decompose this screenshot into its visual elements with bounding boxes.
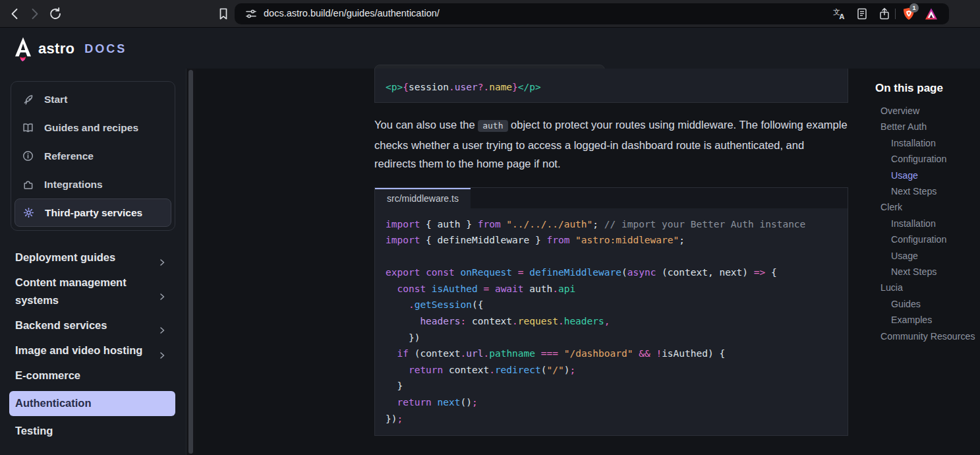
- sidebar-category-content-management-systems[interactable]: Content management systems: [9, 270, 175, 313]
- translate-icon[interactable]: 文A: [832, 7, 846, 21]
- sidebar-item-integrations[interactable]: Integrations: [14, 170, 171, 198]
- toc-item-clerk[interactable]: Clerk: [880, 199, 980, 215]
- code-line: const isAuthed = await auth.api: [375, 281, 848, 297]
- code-block-session: <p>{session.user?.name}</p>: [374, 69, 848, 103]
- code-line: <p>{session.user?.name}</p>: [375, 79, 848, 96]
- sidebar-category-label: Testing: [15, 425, 53, 437]
- book-icon: [22, 122, 34, 133]
- chevron-right-icon: [158, 288, 166, 306]
- toc-list: OverviewBetter AuthInstallationConfigura…: [880, 103, 980, 344]
- gear-icon: [23, 207, 34, 218]
- toc-item-overview[interactable]: Overview: [880, 103, 980, 119]
- code-body: import { auth } from "../../../auth"; //…: [375, 208, 848, 436]
- info-icon: [22, 150, 34, 162]
- sidebar-category-backend-services[interactable]: Backend services: [9, 313, 175, 338]
- sidebar-category-image-and-video-hosting[interactable]: Image and video hosting: [9, 338, 175, 363]
- astro-docs-logo[interactable]: astro DOCS: [13, 36, 127, 61]
- docs-header: astro DOCS Search /: [0, 28, 980, 69]
- code-tab-bar: src/middleware.ts: [375, 188, 848, 208]
- sidebar-category-e-commerce[interactable]: E-commerce: [9, 363, 175, 388]
- astro-logo-icon: [13, 36, 33, 61]
- brave-shield-icon[interactable]: 1: [902, 7, 916, 21]
- share-icon[interactable]: [877, 7, 892, 21]
- sidebar-nav: StartGuides and recipesReferenceIntegrat…: [0, 69, 187, 455]
- toc-item-guides[interactable]: Guides: [880, 296, 980, 312]
- brave-leo-icon[interactable]: [924, 7, 938, 21]
- code-line: return context.redirect("/");: [375, 362, 848, 379]
- toc-item-usage[interactable]: Usage: [880, 167, 980, 183]
- sidebar-category-label: E-commerce: [15, 369, 80, 381]
- sidebar-category-label: Image and video hosting: [15, 344, 142, 356]
- sidebar-item-label: Guides and recipes: [44, 122, 138, 134]
- logo-text-astro: astro: [38, 40, 74, 57]
- svg-text:A: A: [840, 13, 845, 20]
- code-line: headers: context.request.headers,: [375, 313, 848, 330]
- code-line: }): [375, 330, 848, 346]
- chevron-right-icon: [158, 322, 166, 340]
- sidebar-item-start[interactable]: Start: [14, 85, 171, 113]
- sidebar-item-label: Reference: [44, 150, 94, 162]
- sidebar-category-label: Backend services: [15, 319, 107, 331]
- code-line: export const onRequest = defineMiddlewar…: [375, 264, 848, 281]
- chevron-right-icon: [158, 347, 166, 365]
- sidebar-category-testing[interactable]: Testing: [9, 419, 175, 444]
- url-text[interactable]: docs.astro.build/en/guides/authenticatio…: [264, 8, 440, 18]
- sidebar-scrollbar: [187, 69, 196, 455]
- toc-item-installation[interactable]: Installation: [880, 135, 980, 151]
- site-controls-icon[interactable]: [244, 7, 258, 21]
- sidebar-category-list: Deployment guidesContent management syst…: [0, 245, 186, 444]
- toc-item-examples[interactable]: Examples: [880, 312, 980, 328]
- on-this-page-panel: On this page OverviewBetter AuthInstalla…: [863, 69, 980, 455]
- sidebar-category-label: Content management systems: [15, 276, 127, 306]
- toc-item-community-resources[interactable]: Community Resources: [880, 328, 980, 344]
- sidebar-category-deployment-guides[interactable]: Deployment guides: [9, 245, 175, 270]
- toc-item-configuration[interactable]: Configuration: [880, 231, 980, 247]
- rocket-icon: [22, 94, 34, 105]
- code-line: });: [375, 411, 848, 427]
- scrollbar-thumb[interactable]: [188, 70, 193, 454]
- toc-item-lucia[interactable]: Lucia: [880, 280, 980, 295]
- shield-badge-count: 1: [909, 3, 919, 13]
- pill-separator: [895, 9, 896, 19]
- back-button[interactable]: [7, 6, 23, 22]
- code-line: if (context.url.pathname === "/dashboard…: [375, 346, 848, 362]
- puzzle-icon: [22, 179, 34, 190]
- sidebar-item-label: Start: [44, 94, 67, 106]
- sidebar-category-authentication[interactable]: Authentication: [9, 391, 175, 416]
- sidebar-item-guides-and-recipes[interactable]: Guides and recipes: [14, 113, 171, 142]
- toc-item-usage[interactable]: Usage: [880, 248, 980, 264]
- toc-item-better-auth[interactable]: Better Auth: [880, 119, 980, 135]
- code-line: }: [375, 378, 848, 394]
- sidebar-item-third-party-services[interactable]: Third-party services: [14, 198, 171, 227]
- logo-text-docs: DOCS: [84, 42, 127, 56]
- sidebar-category-label: Authentication: [15, 397, 92, 409]
- code-line: import { auth } from "../../../auth"; //…: [375, 216, 848, 233]
- reload-button[interactable]: [47, 6, 63, 22]
- code-block-middleware: src/middleware.ts import { auth } from "…: [374, 187, 848, 437]
- toc-item-configuration[interactable]: Configuration: [880, 151, 980, 167]
- sidebar-category-label: Deployment guides: [15, 251, 115, 263]
- sidebar-item-reference[interactable]: Reference: [14, 142, 171, 170]
- toc-item-next-steps[interactable]: Next Steps: [880, 183, 980, 199]
- toc-item-installation[interactable]: Installation: [880, 216, 980, 231]
- body-paragraph: You can also use the auth object to prot…: [374, 115, 848, 173]
- code-line: .getSession({: [375, 297, 848, 313]
- forward-button[interactable]: [26, 6, 42, 22]
- bookmark-icon[interactable]: [216, 6, 231, 22]
- url-bar[interactable]: docs.astro.build/en/guides/authenticatio…: [235, 3, 949, 24]
- code-line: [375, 249, 848, 265]
- sidebar-item-label: Integrations: [44, 179, 103, 191]
- main-content: <p>{session.user?.name}</p> You can also…: [196, 69, 863, 455]
- toc-item-next-steps[interactable]: Next Steps: [880, 264, 980, 280]
- browser-chrome: docs.astro.build/en/guides/authenticatio…: [0, 0, 980, 28]
- code-line: return next();: [375, 394, 848, 411]
- sidebar-item-label: Third-party services: [45, 207, 142, 219]
- chevron-right-icon: [158, 254, 166, 272]
- reader-mode-icon[interactable]: [855, 7, 869, 21]
- inline-code: auth: [478, 120, 507, 132]
- code-tab-filename: src/middleware.ts: [375, 188, 471, 208]
- toc-heading: On this page: [875, 82, 980, 95]
- sidebar-primary-group: StartGuides and recipesReferenceIntegrat…: [11, 81, 175, 231]
- code-line: import { defineMiddleware } from "astro:…: [375, 232, 848, 249]
